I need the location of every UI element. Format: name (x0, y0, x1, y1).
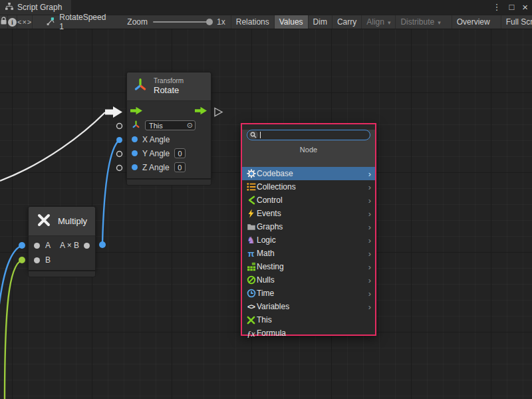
port-a-connected[interactable] (19, 242, 25, 249)
fuzzy-item-label: Codebase (257, 169, 293, 178)
flow-output-triangle-icon[interactable] (215, 108, 222, 116)
wire-into-b[interactable] (5, 260, 22, 399)
fuzzy-item-label: Events (257, 209, 281, 218)
toolbar-button-overview[interactable]: Overview (452, 15, 495, 29)
toolbar-button-dim[interactable]: Dim (308, 15, 332, 29)
info-button[interactable]: i (8, 15, 17, 29)
port-multiply-output-connected[interactable] (99, 241, 106, 248)
fuzzy-item-nesting[interactable]: Nesting› (242, 260, 375, 273)
multiply-node-header[interactable]: Multiply (28, 206, 96, 236)
x-angle-port-icon[interactable] (132, 136, 138, 142)
toolbar-button-group: RelationsValuesDimCarryAlign▾Distribute▾… (231, 15, 532, 29)
chevron-right-icon: › (368, 289, 371, 298)
fuzzy-item-math[interactable]: πMath› (242, 247, 375, 260)
this-icon (245, 316, 257, 325)
toolbar-button-full-screen[interactable]: Full Screen (501, 15, 532, 29)
brackets-icon: <> (245, 303, 257, 311)
gear-icon (245, 169, 257, 178)
lock-button[interactable] (0, 15, 8, 29)
node-multiply[interactable]: Multiply A A × B B (28, 206, 96, 271)
a-label: A (45, 241, 51, 250)
y-angle-label: Y Angle (142, 149, 170, 158)
graph-reference-label: RotateSpeed 1 (59, 13, 106, 31)
object-picker-icon[interactable]: ⊙ (187, 122, 193, 129)
b-label: B (45, 255, 51, 265)
tab-label: Script Graph (17, 3, 62, 12)
pi-icon: π (245, 249, 257, 258)
toolbar-button-relations[interactable]: Relations (231, 15, 274, 29)
rotate-node-header[interactable]: Transform Rotate (126, 72, 211, 101)
chevron-right-icon: › (368, 236, 371, 245)
port-yangle-unconnected[interactable] (117, 152, 122, 157)
maximize-icon[interactable]: □ (509, 0, 514, 15)
a-input-port-icon[interactable] (34, 243, 40, 249)
chevron-right-icon: › (368, 223, 371, 231)
wire-multiply-to-xangle[interactable] (102, 140, 119, 243)
b-input-port-icon[interactable] (34, 257, 40, 263)
chevron-right-icon: › (368, 276, 371, 285)
this-field-value: This (149, 122, 163, 130)
toolbar-button-values[interactable]: Values (274, 15, 308, 29)
port-xangle-connected[interactable] (116, 137, 122, 143)
fuzzy-item-nulls[interactable]: Nulls› (242, 273, 375, 287)
fuzzy-item-label: Graphs (257, 222, 283, 231)
fuzzy-item-variables[interactable]: <>Variables› (242, 300, 375, 313)
null-icon (245, 275, 257, 285)
toolbar-button-carry[interactable]: Carry (332, 15, 361, 29)
grid-icon (245, 262, 257, 271)
z-angle-field[interactable]: 0 (174, 162, 186, 172)
z-angle-port-icon[interactable] (132, 164, 138, 170)
fuzzy-item-label: Time (257, 289, 274, 298)
node-transform-rotate[interactable]: Transform Rotate (126, 72, 211, 179)
code-view-button[interactable]: <×> (17, 15, 33, 29)
fuzzy-item-events[interactable]: Events› (242, 207, 375, 220)
flow-port-row (127, 104, 211, 118)
zoom-slider[interactable] (153, 21, 211, 23)
menu-dots-icon[interactable]: ⋮ (492, 0, 501, 15)
rotate-node-footer (126, 179, 211, 186)
close-icon[interactable]: × (522, 0, 528, 15)
fuzzy-finder-title: Node (242, 146, 375, 154)
graph-canvas[interactable]: Transform Rotate (0, 29, 532, 399)
fx-icon: ƒx (245, 329, 257, 338)
flow-output-arrow-icon[interactable] (195, 106, 207, 117)
dropdown-arrow-icon: ▾ (388, 19, 391, 26)
z-angle-label: Z Angle (142, 163, 170, 172)
transform-gizmo-small-icon (132, 120, 140, 131)
fuzzy-item-control[interactable]: Control› (242, 194, 375, 207)
y-angle-field[interactable]: 0 (174, 148, 186, 158)
info-icon: i (8, 18, 17, 27)
fuzzy-item-label: Nesting (257, 262, 284, 271)
y-angle-port-icon[interactable] (132, 150, 138, 156)
port-b-connected[interactable] (19, 257, 25, 263)
window-controls: ⋮ □ × (492, 0, 528, 15)
fuzzy-item-graphs[interactable]: Graphs› (242, 220, 375, 233)
this-object-field[interactable]: This ⊙ (145, 120, 196, 130)
chevron-right-icon: › (368, 249, 371, 258)
fuzzy-item-time[interactable]: Time› (242, 287, 375, 300)
zoom-slider-handle[interactable] (206, 19, 213, 25)
zoom-value: 1x (217, 17, 225, 27)
flow-input-arrow-icon[interactable] (130, 106, 143, 117)
port-this-unconnected[interactable] (117, 124, 122, 129)
branch-icon (245, 196, 257, 205)
port-zangle-unconnected[interactable] (117, 166, 122, 171)
graph-reference[interactable]: RotateSpeed 1 (33, 15, 112, 29)
fuzzy-item-codebase[interactable]: Codebase› (242, 167, 375, 180)
fuzzy-item-this[interactable]: This (242, 313, 375, 327)
lock-icon (0, 17, 7, 27)
search-field[interactable] (247, 130, 370, 140)
output-port-icon[interactable] (84, 243, 90, 249)
graph-toolbar: i <×> RotateSpeed 1 Zoom 1x RelationsVal… (0, 15, 532, 29)
fuzzy-item-collections[interactable]: Collections› (242, 180, 375, 194)
fuzzy-item-logic[interactable]: ♞Logic› (242, 233, 375, 247)
search-input[interactable] (261, 130, 370, 140)
toolbar-button-align[interactable]: Align▾ (361, 15, 395, 29)
fuzzy-item-formula[interactable]: ƒxFormula (242, 327, 375, 340)
wire-flow-in[interactable] (0, 112, 105, 181)
fuzzy-item-label: Collections (257, 182, 296, 192)
toolbar-button-distribute[interactable]: Distribute▾ (395, 15, 445, 29)
fuzzy-finder-popup: Node Codebase›Collections›Control›Events… (241, 123, 376, 336)
fuzzy-item-label: Logic (257, 235, 276, 245)
graph-hierarchy-icon (5, 3, 13, 12)
